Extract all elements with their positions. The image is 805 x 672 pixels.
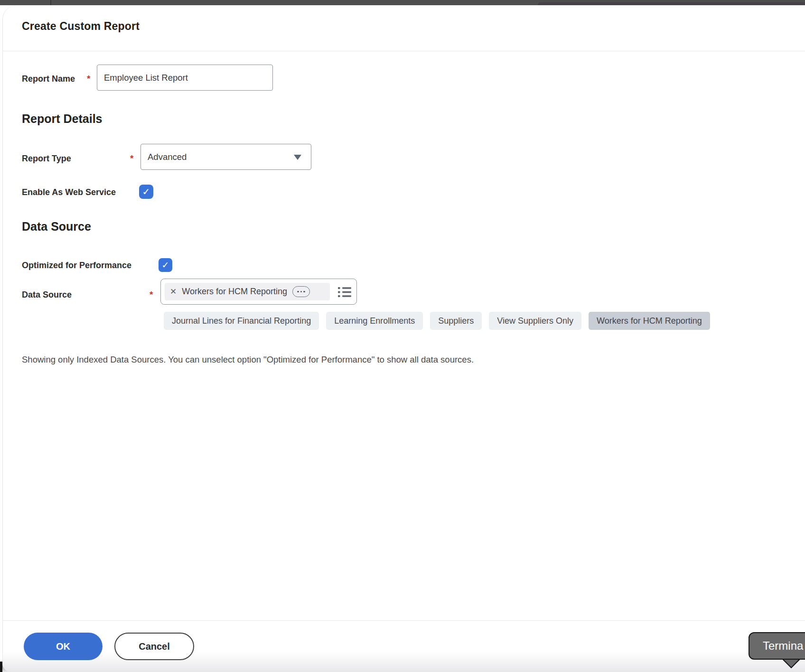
selected-data-source-text: Workers for HCM Reporting — [182, 287, 287, 297]
cancel-button[interactable]: Cancel — [114, 633, 194, 660]
suggestion-chip[interactable]: Journal Lines for Financial Reporting — [164, 312, 319, 330]
report-name-label: Report Name — [22, 74, 75, 84]
chevron-down-icon — [294, 155, 301, 160]
create-custom-report-dialog — [2, 5, 805, 672]
selected-data-source-chip[interactable]: ✕ Workers for HCM Reporting — [165, 283, 330, 300]
more-options-icon[interactable] — [292, 286, 310, 297]
page-title: Create Custom Report — [22, 20, 140, 33]
suggestion-chip[interactable]: Workers for HCM Reporting — [589, 312, 710, 330]
checkmark-icon: ✓ — [142, 187, 150, 196]
report-name-required-asterisk: * — [87, 74, 90, 84]
footer-divider — [2, 620, 805, 621]
remove-chip-icon[interactable]: ✕ — [170, 288, 177, 296]
data-source-heading: Data Source — [22, 220, 91, 233]
report-type-select[interactable]: Advanced — [140, 144, 311, 170]
header-divider — [2, 51, 805, 51]
data-source-multiselect[interactable]: ✕ Workers for HCM Reporting — [160, 279, 357, 305]
ok-button[interactable]: OK — [24, 633, 103, 660]
optimized-for-performance-label: Optimized for Performance — [22, 261, 131, 271]
enable-web-service-checkbox[interactable]: ✓ — [139, 185, 153, 199]
window-top-bar-seam — [50, 0, 51, 5]
data-source-field-label: Data Source — [22, 290, 72, 300]
suggestion-chip[interactable]: Suppliers — [430, 312, 482, 330]
report-type-value: Advanced — [148, 152, 187, 162]
suggestion-chip[interactable]: View Suppliers Only — [489, 312, 581, 330]
enable-web-service-label: Enable As Web Service — [22, 187, 116, 197]
data-source-required-asterisk: * — [150, 289, 153, 300]
suggestion-chips: Journal Lines for Financial ReportingLea… — [164, 312, 710, 330]
suggestion-chip[interactable]: Learning Enrollments — [326, 312, 423, 330]
report-type-required-asterisk: * — [130, 153, 133, 164]
report-details-heading: Report Details — [22, 112, 102, 126]
terminal-tooltip-text: Termina — [763, 639, 803, 653]
indexed-data-sources-note: Showing only Indexed Data Sources. You c… — [22, 355, 474, 365]
terminal-tooltip: Termina — [749, 632, 805, 660]
optimized-for-performance-checkbox[interactable]: ✓ — [159, 258, 172, 272]
list-menu-icon[interactable] — [338, 287, 351, 299]
checkmark-icon: ✓ — [162, 261, 169, 270]
report-name-input[interactable] — [97, 65, 273, 91]
background-browser-tab — [538, 2, 805, 5]
report-type-label: Report Type — [22, 154, 71, 164]
